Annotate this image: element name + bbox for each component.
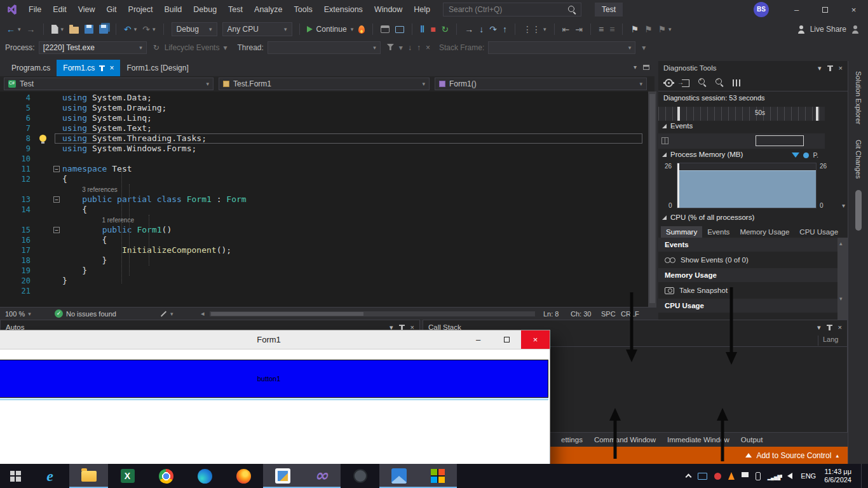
dropdown-icon[interactable]: ▾ bbox=[134, 24, 137, 34]
member-dropdown[interactable]: Form1() bbox=[435, 78, 647, 90]
project-dropdown[interactable]: Test bbox=[4, 78, 214, 90]
search-icon[interactable] bbox=[568, 6, 576, 14]
settings-gear-icon[interactable] bbox=[665, 79, 673, 87]
step-out-icon[interactable]: ↑ bbox=[503, 24, 507, 34]
language-indicator[interactable]: ENG bbox=[799, 472, 817, 480]
diag-tab-memory-usage[interactable]: Memory Usage bbox=[735, 226, 794, 238]
dropdown-icon[interactable]: ▾ bbox=[18, 24, 21, 34]
close-icon[interactable] bbox=[838, 323, 842, 331]
menu-analyze[interactable]: Analyze bbox=[248, 0, 288, 19]
step-over-icon[interactable]: ↷ bbox=[489, 24, 497, 34]
process-dropdown[interactable]: [2220] Test.exe bbox=[39, 41, 147, 54]
menu-help[interactable]: Help bbox=[408, 0, 436, 19]
pin-icon[interactable] bbox=[101, 65, 103, 71]
window-maximize-button[interactable] bbox=[811, 0, 839, 19]
taskbar-excel[interactable] bbox=[108, 464, 147, 488]
menu-test[interactable]: Test bbox=[222, 0, 248, 19]
break-all-icon[interactable]: ‖ bbox=[420, 24, 424, 34]
uncomment-icon[interactable]: ≡ bbox=[609, 24, 614, 34]
lightbulb-icon[interactable] bbox=[39, 135, 46, 142]
clear-icon[interactable]: × bbox=[426, 43, 430, 52]
document-list-chevron-icon[interactable] bbox=[634, 64, 637, 71]
zoom-in-icon[interactable]: + bbox=[698, 78, 707, 88]
close-tab-icon[interactable] bbox=[109, 64, 114, 72]
outdent-icon[interactable]: ⇤ bbox=[562, 24, 570, 34]
codelens-references[interactable]: 3 references bbox=[62, 185, 118, 195]
diag-tab-summary[interactable]: Summary bbox=[661, 226, 702, 238]
search-box[interactable]: Search (Ctrl+Q) bbox=[443, 3, 581, 17]
menu-file[interactable]: File bbox=[23, 0, 47, 19]
diag-tab-cpu-usage[interactable]: CPU Usage bbox=[794, 226, 843, 238]
zoom-out-icon[interactable]: − bbox=[715, 78, 724, 88]
menu-extensions[interactable]: Extensions bbox=[318, 0, 369, 19]
toolbar-overflow-icon[interactable] bbox=[642, 43, 646, 52]
continue-button[interactable]: Continue bbox=[307, 25, 354, 34]
security-icon[interactable] bbox=[714, 473, 721, 480]
pin-icon[interactable] bbox=[829, 65, 831, 71]
timeline-chart-icon[interactable] bbox=[733, 79, 740, 86]
export-icon[interactable] bbox=[682, 79, 689, 87]
side-tab-git-changes[interactable]: Git Changes bbox=[855, 135, 862, 184]
comment-icon[interactable]: ≡ bbox=[599, 24, 604, 34]
live-share-icon[interactable] bbox=[797, 25, 805, 34]
code-cleanup-control[interactable] bbox=[160, 308, 173, 320]
feedback-icon[interactable] bbox=[851, 25, 859, 34]
scrollbar-thumb[interactable] bbox=[211, 312, 363, 316]
taskbar-gallery[interactable] bbox=[263, 464, 302, 488]
side-tab-solution-explorer[interactable]: Solution Explorer bbox=[855, 66, 862, 130]
show-desktop-button[interactable] bbox=[861, 464, 864, 488]
navigate-back-icon[interactable]: ← bbox=[6, 24, 15, 34]
user-avatar[interactable]: BS bbox=[754, 2, 769, 17]
show-next-statement-icon[interactable]: → bbox=[465, 24, 473, 34]
side-scrollbar-thumb[interactable] bbox=[855, 190, 862, 231]
redo-icon[interactable]: ↷ bbox=[142, 24, 150, 34]
chevron-down-icon[interactable] bbox=[817, 323, 821, 332]
step-into-icon[interactable]: ↓ bbox=[479, 24, 484, 34]
show-events-link[interactable]: Show Events (0 of 0) bbox=[658, 252, 837, 268]
memory-section-header[interactable]: Process Memory (MB) bbox=[662, 151, 743, 158]
navigate-forward-icon[interactable]: → bbox=[27, 24, 36, 34]
stop-debug-icon[interactable]: ■ bbox=[430, 24, 435, 34]
save-icon[interactable] bbox=[85, 25, 93, 34]
browser-icon[interactable] bbox=[381, 25, 390, 33]
editor-vertical-scrollbar[interactable] bbox=[648, 92, 656, 307]
bottom-tab-command-window[interactable]: Command Window bbox=[588, 433, 661, 447]
taskbar-installer[interactable] bbox=[341, 464, 379, 488]
type-dropdown[interactable]: Test.Form1 bbox=[219, 78, 430, 90]
form-minimize-button[interactable] bbox=[464, 330, 492, 349]
taskbar-chrome[interactable] bbox=[147, 464, 186, 488]
next-bookmark-icon[interactable]: ⚑ bbox=[658, 24, 667, 34]
taskbar-internet-explorer[interactable] bbox=[31, 464, 69, 488]
fold-collapse-icon[interactable] bbox=[53, 166, 60, 172]
summary-scrollbar[interactable] bbox=[837, 238, 848, 320]
form-title-bar[interactable]: Form1 bbox=[0, 330, 550, 349]
codelens-references[interactable]: 1 reference bbox=[62, 215, 134, 226]
scroll-down-icon[interactable] bbox=[839, 295, 843, 302]
taskbar-office[interactable] bbox=[418, 464, 457, 488]
solution-configuration-dropdown[interactable]: Debug bbox=[172, 22, 217, 36]
bookmark-icon[interactable]: ⚑ bbox=[630, 24, 639, 34]
hidden-icons-chevron-icon[interactable] bbox=[685, 474, 691, 480]
timeline-ruler[interactable]: 50s bbox=[658, 107, 825, 121]
signal-icon[interactable] bbox=[768, 470, 781, 482]
diag-tab-events[interactable]: Events bbox=[702, 226, 735, 238]
tab-form1-cs[interactable]: Form1.cs bbox=[57, 60, 120, 76]
close-icon[interactable] bbox=[839, 64, 843, 72]
float-window-icon[interactable] bbox=[643, 65, 649, 70]
flag-icon[interactable] bbox=[742, 472, 749, 477]
memory-chart[interactable] bbox=[677, 163, 817, 208]
taskbar-start[interactable] bbox=[0, 464, 31, 488]
zoom-control[interactable]: 100 % bbox=[5, 308, 31, 320]
events-section-header[interactable]: Events bbox=[662, 122, 693, 130]
take-snapshot-link[interactable]: Take Snapshot bbox=[658, 282, 837, 299]
bottom-tab-immediate-window[interactable]: Immediate Window bbox=[661, 433, 735, 447]
taskbar-file-explorer[interactable] bbox=[69, 464, 108, 488]
previous-bookmark-icon[interactable]: ⚑ bbox=[644, 24, 653, 34]
dropdown-icon[interactable]: ▾ bbox=[543, 24, 546, 34]
app-screenshot-icon[interactable] bbox=[395, 26, 404, 33]
next-frame-icon[interactable]: ↑ bbox=[417, 43, 421, 52]
form-close-button[interactable] bbox=[521, 330, 550, 349]
clock[interactable]: 11:43 μμ 6/6/2024 bbox=[824, 468, 854, 484]
solution-platform-dropdown[interactable]: Any CPU bbox=[222, 22, 292, 36]
new-file-icon[interactable] bbox=[51, 25, 58, 34]
